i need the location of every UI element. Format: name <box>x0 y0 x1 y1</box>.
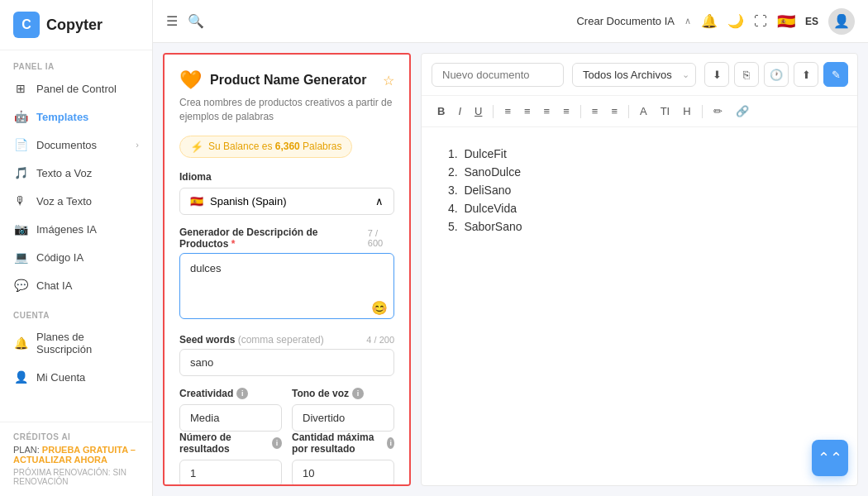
language-select[interactable]: 🇪🇸 Spanish (Spain) ∧ <box>179 188 394 215</box>
fmt-align-center[interactable]: ≡ <box>520 103 535 120</box>
doc-name-input[interactable] <box>432 63 564 87</box>
tono-label-row: Tono de voz i <box>292 388 394 399</box>
sidebar-item-chat[interactable]: 💬 Chat IA <box>0 271 152 299</box>
panel-title: Product Name Generator <box>210 73 374 88</box>
subscription-icon: 🔔 <box>13 336 28 350</box>
renewal-text: PRÓXIMA RENOVACIÓN: SIN RENOVACIÓN <box>13 468 139 486</box>
description-label: Generador de Descripción de Productos * <box>179 227 368 250</box>
list-item: 3. DeliSano <box>448 184 831 197</box>
fmt-align-right[interactable]: ≡ <box>540 103 555 120</box>
moon-button[interactable]: 🌙 <box>727 13 744 29</box>
document-icon: 📄 <box>13 138 28 151</box>
fmt-bold[interactable]: B <box>433 103 449 120</box>
tono-select[interactable]: Formal Divertido Profesional <box>292 404 394 432</box>
description-textarea[interactable]: dulces <box>179 253 394 319</box>
expand-button[interactable]: ⛶ <box>754 14 767 29</box>
fmt-list-ul[interactable]: ≡ <box>607 103 622 120</box>
creatividad-label: Creatividad <box>179 388 233 399</box>
list-item: 2. SanoDulce <box>448 165 831 179</box>
creatividad-select-wrap: Baja Media Alta <box>179 404 282 432</box>
logo-text: Copyter <box>46 17 103 34</box>
editor-format-bar: B I U ≡ ≡ ≡ ≡ ≡ ≡ A TI H ✏ 🔗 <box>422 96 857 127</box>
sidebar-item-mi-cuenta[interactable]: 👤 Mi Cuenta <box>0 363 152 391</box>
emoji-picker-icon[interactable]: 😊 <box>371 300 388 316</box>
cantidad-input[interactable] <box>292 460 394 486</box>
description-textarea-wrap: dulces 😊 <box>179 253 394 322</box>
editor-content-list: 1. DulceFit 2. SanoDulce 3. DeliSano 4. … <box>448 147 831 233</box>
avatar: 👤 <box>828 8 855 35</box>
hamburger-button[interactable]: ☰ <box>166 13 178 29</box>
fmt-align-justify[interactable]: ≡ <box>559 103 574 120</box>
fmt-list-ol[interactable]: ≡ <box>588 103 603 120</box>
idioma-group: Idioma 🇪🇸 Spanish (Spain) ∧ <box>179 171 394 215</box>
fmt-link[interactable]: 🔗 <box>732 103 753 120</box>
sidebar-credits: CRÉDITOS AI PLAN: PRUEBA GRATUITA – ACTU… <box>0 422 152 496</box>
num-resultados-label-row: Número de resultados i <box>179 432 282 455</box>
sidebar-item-panel-control[interactable]: ⊞ Panel de Control <box>0 74 152 103</box>
sidebar-item-label: Chat IA <box>36 279 72 292</box>
num-resultados-input[interactable] <box>179 460 282 486</box>
sidebar-item-imagenes[interactable]: 📷 Imágenes IA <box>0 215 152 243</box>
audio-icon: 🎵 <box>13 166 28 179</box>
list-item: 4. DulceVida <box>448 202 831 215</box>
star-button[interactable]: ☆ <box>383 73 394 88</box>
sidebar-item-codigo[interactable]: 💻 Código IA <box>0 243 152 271</box>
camera-icon: 📷 <box>13 222 28 236</box>
fmt-highlight[interactable]: ✏ <box>709 103 727 120</box>
robot-icon: 🤖 <box>13 110 28 123</box>
toolbar-download-btn[interactable]: ⬇ <box>704 62 729 87</box>
fmt-font-color[interactable]: A <box>636 103 651 120</box>
sidebar-item-documentos[interactable]: 📄 Documentos › <box>0 131 152 159</box>
creatividad-label-row: Creatividad i <box>179 388 282 399</box>
sidebar: C Copyter PANEL IA ⊞ Panel de Control 🤖 … <box>0 0 153 496</box>
editor-body[interactable]: 1. DulceFit 2. SanoDulce 3. DeliSano 4. … <box>422 127 857 485</box>
list-item: 1. DulceFit <box>448 147 831 160</box>
sidebar-item-label: Imágenes IA <box>36 223 97 236</box>
fmt-font-size[interactable]: TI <box>656 103 675 120</box>
resultados-row: Número de resultados i Cantidad máxima p… <box>179 432 394 486</box>
tono-select-wrap: Formal Divertido Profesional <box>292 404 394 432</box>
sidebar-item-texto-voz[interactable]: 🎵 Texto a Voz <box>0 159 152 187</box>
search-button[interactable]: 🔍 <box>188 13 204 29</box>
sidebar-item-templates[interactable]: 🤖 Templates <box>0 103 152 131</box>
fmt-align-left[interactable]: ≡ <box>500 103 515 120</box>
panel-header: 🧡 Product Name Generator ☆ <box>179 69 394 91</box>
left-panel: 🧡 Product Name Generator ☆ Crea nombres … <box>163 53 411 486</box>
seed-input[interactable] <box>179 349 394 376</box>
folder-select[interactable]: Todos los Archivos Sin Carpeta <box>572 63 696 87</box>
logo-letter: C <box>21 17 31 32</box>
fmt-italic[interactable]: I <box>454 103 465 120</box>
bolt-icon: ⚡ <box>190 141 203 153</box>
toolbar-share-btn[interactable]: ⬆ <box>794 62 818 87</box>
seed-sublabel: (comma seperated) <box>238 334 324 346</box>
creatividad-info-icon[interactable]: i <box>236 388 248 399</box>
tono-info-icon[interactable]: i <box>352 388 364 399</box>
crear-documento-label: Crear Documento IA <box>576 15 675 27</box>
mic-icon: 🎙 <box>13 194 28 207</box>
cantidad-info-icon[interactable]: i <box>387 437 394 449</box>
scroll-top-fab-button[interactable]: ⌃⌃ <box>812 440 848 476</box>
panels: 🧡 Product Name Generator ☆ Crea nombres … <box>153 43 868 496</box>
num-resultados-info-icon[interactable]: i <box>272 437 282 449</box>
logo-area: C Copyter <box>0 0 152 50</box>
fmt-divider-3 <box>628 105 629 118</box>
sidebar-item-planes[interactable]: 🔔 Planes de Suscripción <box>0 323 152 363</box>
toolbar-history-btn[interactable]: 🕐 <box>764 62 789 87</box>
list-item: 5. SaborSano <box>448 220 831 233</box>
cantidad-col: Cantidad máxima por resultado i <box>292 432 394 486</box>
toolbar-copy-btn[interactable]: ⎘ <box>734 62 759 87</box>
folder-select-wrap: Todos los Archivos Sin Carpeta ⌄ <box>572 63 696 87</box>
sidebar-item-label: Voz a Texto <box>36 195 92 207</box>
sidebar-item-voz-texto[interactable]: 🎙 Voz a Texto <box>0 187 152 215</box>
user-icon: 👤 <box>13 370 28 384</box>
balance-text: Su Balance es 6,360 Palabras <box>208 141 341 152</box>
num-resultados-label: Número de resultados <box>179 432 269 455</box>
toolbar-edit-btn[interactable]: ✎ <box>823 62 848 87</box>
sidebar-item-label: Documentos <box>36 139 97 151</box>
bell-button[interactable]: 🔔 <box>701 13 718 29</box>
fmt-underline[interactable]: U <box>470 103 486 120</box>
code-icon: 💻 <box>13 250 28 264</box>
fmt-heading[interactable]: H <box>679 103 694 120</box>
creatividad-select[interactable]: Baja Media Alta <box>179 404 282 432</box>
seed-char-count: 4 / 200 <box>366 335 394 345</box>
